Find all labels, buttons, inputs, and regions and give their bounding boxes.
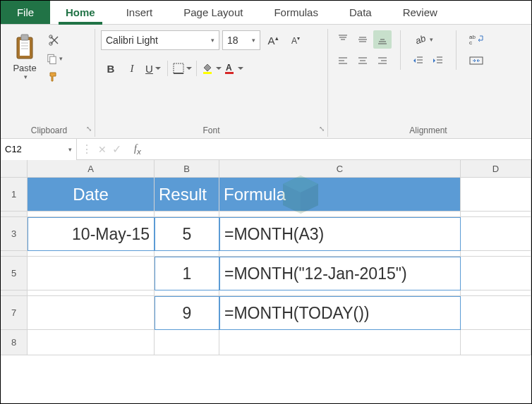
cell-B8[interactable] bbox=[155, 330, 219, 355]
svg-rect-9 bbox=[50, 56, 56, 63]
group-label-alignment: Alignment bbox=[334, 123, 523, 137]
file-tab[interactable]: File bbox=[1, 1, 50, 24]
align-top-button[interactable] bbox=[334, 30, 352, 49]
cell-C3[interactable]: =MONTH(A3) bbox=[219, 217, 461, 251]
row-header-7[interactable]: 7 bbox=[1, 296, 28, 330]
svg-text:ab: ab bbox=[414, 33, 427, 46]
row-1: 1DateResultFormula bbox=[1, 178, 531, 212]
cell-A3[interactable]: 10-May-15 bbox=[28, 217, 155, 251]
row-8: 8 bbox=[1, 330, 531, 355]
tab-home[interactable]: Home bbox=[50, 1, 111, 24]
align-bottom-button[interactable] bbox=[373, 30, 392, 49]
enter-formula-button[interactable]: ✓ bbox=[112, 142, 121, 156]
align-right-icon bbox=[377, 55, 388, 66]
format-painter-button[interactable] bbox=[46, 68, 63, 85]
cell-C1[interactable]: Formula bbox=[219, 178, 461, 212]
cell-B3[interactable]: 5 bbox=[155, 217, 219, 251]
column-header-B[interactable]: B bbox=[155, 160, 219, 177]
merge-center-button[interactable] bbox=[465, 51, 488, 70]
bold-button[interactable]: B bbox=[101, 59, 121, 78]
row-header-5[interactable]: 5 bbox=[1, 257, 28, 290]
column-header-D[interactable]: D bbox=[461, 160, 531, 177]
row-5: 51=MONTH("12-Jan-2015") bbox=[1, 257, 531, 290]
increase-indent-button[interactable] bbox=[429, 51, 447, 70]
cell-B5[interactable]: 1 bbox=[155, 257, 219, 290]
cell-B7[interactable]: 9 bbox=[155, 296, 219, 330]
underline-button[interactable]: U bbox=[143, 59, 163, 78]
paste-label: Paste bbox=[13, 63, 36, 73]
fill-color-button[interactable] bbox=[201, 59, 222, 78]
cell-D1[interactable] bbox=[461, 178, 531, 212]
tab-data[interactable]: Data bbox=[334, 1, 387, 24]
cell-A7[interactable] bbox=[28, 296, 155, 330]
cell-D7[interactable] bbox=[461, 296, 531, 330]
tab-page-layout[interactable]: Page Layout bbox=[168, 1, 258, 24]
dialog-launcher-icon[interactable]: ⤡ bbox=[319, 125, 325, 133]
dialog-launcher-icon[interactable]: ⤡ bbox=[86, 125, 92, 133]
column-header-A[interactable]: A bbox=[28, 160, 155, 177]
italic-button[interactable]: I bbox=[122, 59, 142, 78]
row-7: 79=MONTH(TODAY()) bbox=[1, 296, 531, 330]
align-bottom-icon bbox=[377, 34, 388, 45]
align-left-button[interactable] bbox=[334, 51, 352, 70]
copy-button[interactable]: ▾ bbox=[46, 50, 63, 67]
cut-button[interactable] bbox=[46, 32, 63, 49]
cell-B1[interactable]: Result bbox=[155, 178, 219, 212]
row-header-3[interactable]: 3 bbox=[1, 217, 28, 251]
paste-button[interactable]: Paste ▾ bbox=[9, 30, 40, 83]
cell-D8[interactable] bbox=[461, 330, 531, 355]
font-name-selector[interactable]: Calibri Light ▾ bbox=[101, 30, 219, 50]
font-size-selector[interactable]: 18 ▾ bbox=[222, 30, 260, 50]
decrease-font-button[interactable]: A▾ bbox=[286, 30, 306, 50]
align-left-icon bbox=[337, 55, 349, 66]
formula-bar: C12 ▾ ⋮ ✕ ✓ fx bbox=[1, 139, 531, 160]
tab-formulas[interactable]: Formulas bbox=[258, 1, 334, 24]
cell-C8[interactable] bbox=[219, 330, 461, 355]
cell-D3[interactable] bbox=[461, 217, 531, 251]
borders-button[interactable] bbox=[172, 59, 192, 78]
increase-font-button[interactable]: A▴ bbox=[263, 30, 283, 50]
chevron-down-icon: ▾ bbox=[24, 73, 28, 80]
clipboard-icon bbox=[13, 33, 37, 61]
cell-A8[interactable] bbox=[28, 330, 155, 355]
cell-C5[interactable]: =MONTH("12-Jan-2015") bbox=[219, 257, 461, 290]
cell-C7[interactable]: =MONTH(TODAY()) bbox=[219, 296, 461, 330]
decrease-indent-button[interactable] bbox=[409, 51, 428, 70]
column-header-C[interactable]: C bbox=[219, 160, 461, 177]
row-header-1[interactable]: 1 bbox=[1, 178, 28, 212]
tab-insert[interactable]: Insert bbox=[111, 1, 169, 24]
group-alignment: ab▾ abc Alignment bbox=[328, 29, 528, 137]
chevron-down-icon: ▾ bbox=[252, 37, 255, 44]
group-font: Calibri Light ▾ 18 ▾ A▴ A▾ B I U bbox=[95, 29, 328, 137]
align-right-button[interactable] bbox=[373, 51, 392, 70]
cell-A1[interactable]: Date bbox=[28, 178, 155, 212]
paintbrush-icon bbox=[47, 70, 61, 84]
font-color-icon: A bbox=[223, 62, 236, 75]
name-box[interactable]: C12 ▾ bbox=[1, 139, 77, 160]
row-3: 310-May-155=MONTH(A3) bbox=[1, 217, 531, 251]
tab-review[interactable]: Review bbox=[387, 1, 453, 24]
cell-D5[interactable] bbox=[461, 257, 531, 290]
row-header-8[interactable]: 8 bbox=[1, 330, 28, 355]
copy-icon bbox=[46, 52, 58, 65]
align-center-icon bbox=[357, 55, 368, 66]
align-middle-button[interactable] bbox=[353, 30, 372, 49]
cancel-formula-button[interactable]: ✕ bbox=[98, 144, 107, 155]
fx-icon: fx bbox=[134, 143, 141, 156]
ribbon: Paste ▾ ▾ Clipboard⤡ Cal bbox=[1, 25, 531, 139]
select-all-corner[interactable] bbox=[1, 160, 28, 177]
chevron-down-icon: ▾ bbox=[211, 37, 214, 44]
scissors-icon bbox=[48, 34, 61, 47]
orientation-button[interactable]: ab▾ bbox=[409, 30, 437, 49]
font-color-button[interactable]: A bbox=[223, 59, 243, 78]
align-middle-icon bbox=[357, 34, 368, 45]
column-headers: ABCD bbox=[1, 160, 531, 178]
group-label-clipboard: Clipboard⤡ bbox=[9, 123, 89, 137]
svg-rect-42 bbox=[470, 57, 483, 64]
svg-rect-14 bbox=[225, 72, 234, 74]
formula-input[interactable] bbox=[145, 139, 531, 159]
cell-A5[interactable] bbox=[28, 257, 155, 290]
decrease-font-icon: A▾ bbox=[291, 35, 300, 46]
align-center-button[interactable] bbox=[353, 51, 372, 70]
wrap-text-button[interactable]: abc bbox=[465, 30, 488, 49]
